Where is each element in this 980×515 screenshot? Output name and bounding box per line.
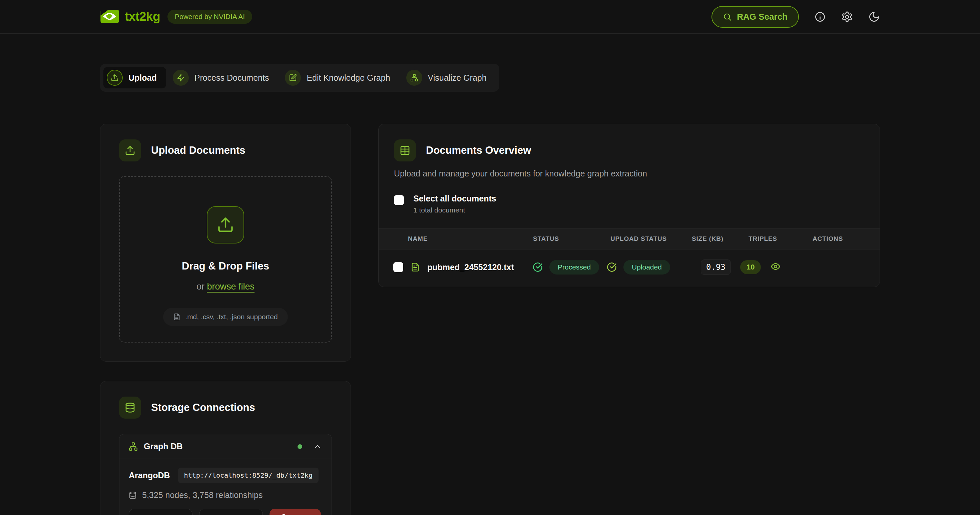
tab-process-documents[interactable]: Process Documents: [169, 67, 278, 88]
documents-overview-card: Documents Overview Upload and manage you…: [378, 124, 880, 287]
graph-db-stats: 5,325 nodes, 3,758 relationships: [129, 490, 322, 500]
graph-db-panel: Graph DB ArangoDB http://localhost:8529/…: [119, 434, 332, 515]
edit-square-icon: [285, 70, 301, 86]
tab-visualize-graph-label: Visualize Graph: [428, 73, 487, 83]
column-header-triples: TRIPLES: [749, 235, 813, 243]
app-header: txt2kg Powered by NVIDIA AI RAG Search: [0, 0, 980, 34]
table-icon: [394, 140, 416, 161]
row-checkbox[interactable]: [393, 262, 403, 272]
info-button[interactable]: [814, 11, 826, 23]
app-title: txt2kg: [125, 10, 160, 24]
rag-search-button[interactable]: RAG Search: [711, 6, 799, 28]
select-all-checkbox[interactable]: [394, 195, 404, 205]
column-header-upload-status: UPLOAD STATUS: [611, 235, 692, 243]
zap-icon: [173, 70, 189, 86]
upload-icon: [107, 70, 123, 86]
settings-button[interactable]: [841, 11, 853, 23]
storage-connections-card: Storage Connections Graph DB: [100, 381, 351, 515]
dropzone-or-text: or: [196, 281, 207, 291]
upload-card-header: Upload Documents: [119, 140, 332, 161]
upload-icon: [207, 206, 244, 243]
nvidia-logo-icon: [100, 10, 119, 24]
header-actions: RAG Search: [711, 6, 880, 28]
tab-upload-label: Upload: [129, 73, 157, 83]
graph-db-stats-text: 5,325 nodes, 3,758 relationships: [142, 490, 262, 500]
column-header-size: SIZE (KB): [692, 235, 749, 243]
search-icon: [723, 12, 732, 21]
file-text-icon: [410, 262, 420, 272]
network-icon: [406, 70, 422, 86]
graph-db-provider: ArangoDB: [129, 470, 170, 480]
documents-card-subtitle: Upload and manage your documents for kno…: [394, 169, 864, 178]
upload-card-title: Upload Documents: [151, 145, 245, 156]
column-header-actions: ACTIONS: [813, 235, 865, 243]
left-column: Upload Documents Drag & Drop Files or br…: [100, 124, 351, 515]
refresh-button[interactable]: Refresh: [129, 509, 192, 515]
tab-process-documents-label: Process Documents: [194, 73, 269, 83]
moon-icon: [868, 11, 880, 23]
documents-table-header: NAME STATUS UPLOAD STATUS SIZE (KB) TRIP…: [379, 228, 880, 250]
database-icon: [119, 397, 141, 419]
tabs-row: Upload Process Documents Edit Knowledge …: [0, 64, 980, 92]
view-document-button[interactable]: [770, 262, 781, 272]
disconnect-button[interactable]: Disconnect: [199, 509, 263, 515]
graph-db-label: Graph DB: [144, 442, 183, 451]
documents-card-header: Documents Overview: [394, 140, 864, 161]
database-icon: [129, 491, 137, 499]
tab-visualize-graph[interactable]: Visualize Graph: [403, 67, 496, 88]
trash-icon: [280, 514, 288, 515]
storage-card-title: Storage Connections: [151, 402, 255, 413]
document-name: pubmed_24552120.txt: [427, 262, 514, 272]
rag-search-label: RAG Search: [737, 12, 788, 22]
check-circle-icon: [607, 262, 617, 272]
table-row: pubmed_24552120.txt Processed: [379, 250, 880, 287]
column-header-name: NAME: [408, 235, 533, 243]
graph-db-details: ArangoDB http://localhost:8529/_db/txt2k…: [119, 459, 332, 515]
file-dropzone[interactable]: Drag & Drop Files or browse files .md, .…: [119, 176, 332, 343]
brand-group: txt2kg Powered by NVIDIA AI: [100, 10, 252, 24]
documents-card-title: Documents Overview: [426, 145, 531, 156]
size-value: 0.93: [701, 259, 731, 275]
supported-formats-text: .md, .csv, .txt, .json supported: [185, 313, 277, 321]
dropzone-title: Drag & Drop Files: [182, 260, 269, 272]
file-icon: [173, 313, 180, 321]
tab-bar: Upload Process Documents Edit Knowledge …: [100, 64, 500, 92]
clear-button-label: Clear: [292, 513, 310, 515]
eye-icon: [770, 262, 781, 272]
tab-upload[interactable]: Upload: [103, 67, 166, 88]
graph-db-toggle[interactable]: Graph DB: [119, 434, 332, 459]
info-icon: [814, 11, 826, 23]
check-circle-icon: [533, 262, 543, 272]
right-column: Documents Overview Upload and manage you…: [378, 124, 880, 287]
chevron-up-icon: [313, 442, 322, 451]
network-icon: [129, 442, 138, 451]
supported-formats-pill: .md, .csv, .txt, .json supported: [163, 308, 288, 326]
tab-edit-knowledge-graph-label: Edit Knowledge Graph: [307, 73, 390, 83]
clear-button[interactable]: Clear: [269, 509, 321, 515]
upload-icon: [119, 140, 141, 161]
gear-icon: [841, 11, 853, 23]
tab-edit-knowledge-graph[interactable]: Edit Knowledge Graph: [282, 67, 399, 88]
upload-documents-card: Upload Documents Drag & Drop Files or br…: [100, 124, 351, 362]
column-header-status: STATUS: [533, 235, 611, 243]
browse-files-link[interactable]: browse files: [207, 281, 255, 291]
powered-badge: Powered by NVIDIA AI: [167, 10, 252, 24]
upload-status-badge: Uploaded: [624, 260, 670, 275]
theme-toggle-button[interactable]: [868, 11, 880, 23]
select-all-label: Select all documents: [413, 194, 496, 203]
graph-db-status-dot: [298, 444, 302, 449]
storage-card-header: Storage Connections: [119, 397, 332, 419]
main-content: Upload Documents Drag & Drop Files or br…: [0, 124, 980, 515]
dropzone-subtitle: or browse files: [196, 281, 255, 292]
graph-db-url: http://localhost:8529/_db/txt2kg: [178, 467, 318, 483]
select-all-row: Select all documents 1 total document: [394, 194, 864, 214]
triples-count-badge: 10: [740, 260, 761, 274]
total-documents-label: 1 total document: [413, 206, 496, 214]
documents-table: NAME STATUS UPLOAD STATUS SIZE (KB) TRIP…: [379, 228, 880, 287]
status-badge: Processed: [549, 260, 599, 275]
